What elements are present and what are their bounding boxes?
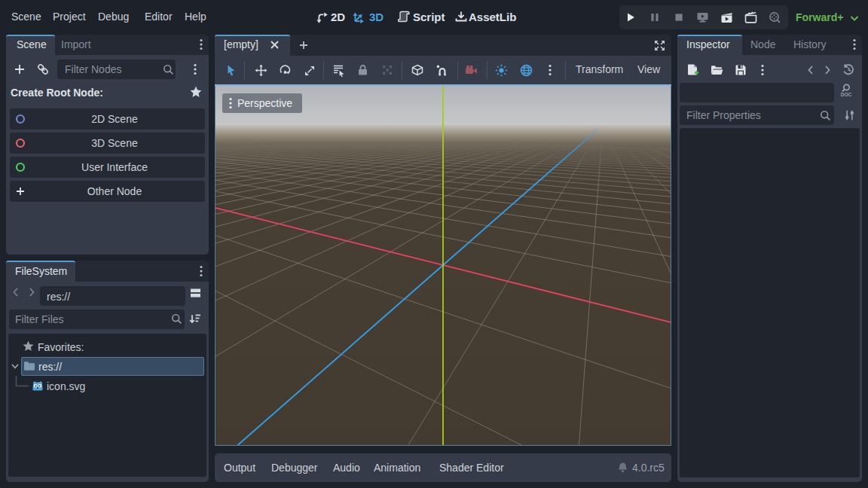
svg-text:DOC: DOC [841, 92, 852, 97]
